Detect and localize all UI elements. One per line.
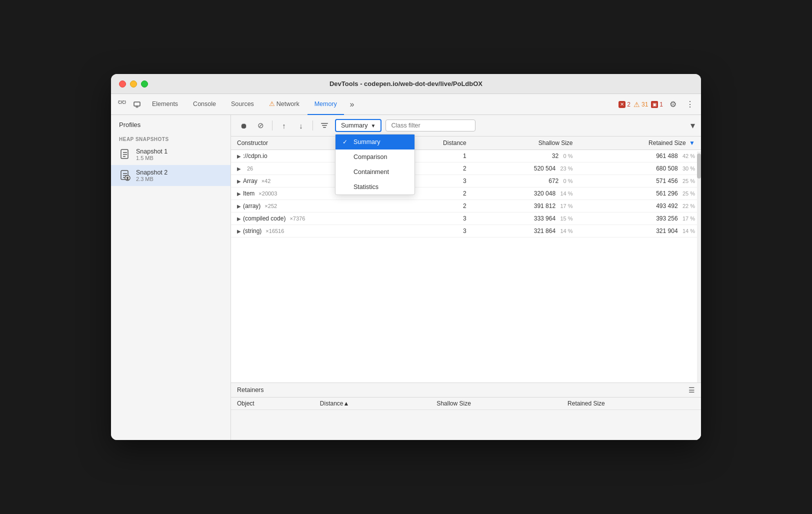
row-2-retained: 571 456 25 % [579, 175, 701, 188]
row-1-shallow: 520 504 23 % [472, 162, 579, 175]
data-table: Constructor Distance Shallow Size Retain… [231, 136, 701, 382]
svg-rect-16 [323, 127, 326, 128]
snapshot-2-size: 2.3 MB [136, 176, 222, 182]
ret-col-shallow: Shallow Size [430, 398, 562, 410]
table-row[interactable]: ▶ (string) ×16516 3 321 864 14 % [231, 225, 701, 238]
info-badge[interactable]: ▣ 1 [651, 101, 663, 108]
class-filter-input[interactable] [386, 120, 476, 132]
sidebar-section-header: HEAP SNAPSHOTS [111, 132, 230, 144]
table-row[interactable]: ▶ Item ×20003 2 320 048 14 % [231, 188, 701, 200]
svg-rect-3 [136, 106, 138, 108]
devtools-window: DevTools - codepen.io/web-dot-dev/live/P… [111, 74, 701, 440]
error-icon: ✕ [618, 101, 626, 108]
row-3-shallow: 320 048 14 % [472, 188, 579, 200]
minimize-button[interactable] [130, 80, 137, 88]
retainers-table: Object Distance▲ Shallow Size Retained S… [231, 398, 701, 440]
tab-elements[interactable]: Elements [145, 94, 185, 115]
check-icon: ✓ [342, 138, 350, 146]
expand-icon[interactable]: ▶ [237, 166, 241, 172]
row-6-distance: 3 [398, 225, 472, 238]
snapshot-item-1[interactable]: Snapshot 1 1.5 MB [111, 144, 230, 165]
expand-icon[interactable]: ▶ [237, 228, 241, 234]
window-title: DevTools - codepen.io/web-dot-dev/live/P… [330, 80, 482, 88]
dropdown-option-summary[interactable]: ✓ Summary [336, 134, 414, 150]
warning-badge[interactable]: ⚠ 31 [634, 100, 648, 108]
expand-icon[interactable]: ▶ [237, 204, 241, 209]
pointer-icon[interactable] [115, 98, 129, 112]
tab-memory[interactable]: Memory [308, 94, 344, 115]
upload-icon[interactable]: ↑ [278, 119, 290, 132]
retainers-title: Retainers [237, 386, 264, 394]
main-panel: ⏺ ⊘ ↑ ↓ Summary ▼ [231, 115, 701, 440]
expand-icon[interactable]: ▶ [237, 216, 241, 222]
filter-icon[interactable] [318, 119, 331, 132]
row-5-constructor: ▶ (compiled code) ×7376 [231, 212, 398, 225]
scrollbar-track[interactable] [697, 152, 701, 382]
network-warning-icon: ⚠ [269, 100, 275, 108]
table-row[interactable]: ▶ Array ×42 3 672 0 % 571 [231, 175, 701, 188]
row-1-retained: 680 508 30 % [579, 162, 701, 175]
main-toolbar: Elements Console Sources ⚠ Network Memor… [111, 94, 701, 115]
svg-rect-0 [118, 101, 122, 104]
record-icon[interactable]: ⏺ [237, 119, 250, 132]
row-5-distance: 3 [398, 212, 472, 225]
dropdown-menu: ✓ Summary Comparison Containment [335, 134, 415, 195]
dropdown-option-comparison[interactable]: Comparison [336, 150, 414, 164]
snapshot-1-info: Snapshot 1 1.5 MB [136, 148, 222, 161]
table-body: ▶ ://cdpn.io 1 32 0 % 961 488 [231, 150, 701, 238]
snapshot-1-size: 1.5 MB [136, 155, 222, 161]
svg-rect-15 [322, 125, 327, 126]
sort-arrow-icon: ▼ [689, 140, 695, 146]
row-6-shallow: 321 864 14 % [472, 225, 579, 238]
snapshot-2-name: Snapshot 2 [136, 169, 222, 176]
error-badge[interactable]: ✕ 2 [618, 101, 630, 108]
main-data-table: Constructor Distance Shallow Size Retain… [231, 136, 701, 238]
expand-icon[interactable]: ▶ [237, 178, 241, 184]
tab-console[interactable]: Console [186, 94, 223, 115]
snapshot-1-name: Snapshot 1 [136, 148, 222, 155]
row-6-retained: 321 904 14 % [579, 225, 701, 238]
dropdown-arrow-icon: ▼ [370, 123, 376, 128]
device-icon[interactable] [130, 98, 144, 112]
retainers-menu-icon[interactable]: ☰ [688, 386, 695, 394]
expand-icon[interactable]: ▶ [237, 154, 241, 159]
svg-rect-4 [121, 150, 128, 158]
toolbar-right: ✕ 2 ⚠ 31 ▣ 1 ⚙ ⋮ [618, 98, 697, 112]
expand-icon[interactable]: ▶ [237, 191, 241, 196]
table-row[interactable]: ▶ (array) ×252 2 391 812 17 % [231, 200, 701, 212]
retainers-header: Retainers ☰ [231, 383, 701, 398]
row-5-retained: 393 256 17 % [579, 212, 701, 225]
tab-network[interactable]: ⚠ Network [262, 94, 306, 115]
retainers-section: Retainers ☰ Object Distance▲ [231, 382, 701, 440]
memory-toolbar: ⏺ ⊘ ↑ ↓ Summary ▼ [231, 115, 701, 136]
view-selector: ▾ [690, 120, 695, 131]
clear-icon[interactable]: ⊘ [254, 119, 267, 132]
retainer-row-empty [231, 410, 701, 440]
view-dropdown-icon[interactable]: ▾ [690, 120, 695, 131]
svg-text:2: 2 [126, 176, 128, 180]
content-area: Profiles HEAP SNAPSHOTS Snapshot 1 1.5 M… [111, 115, 701, 440]
sidebar-title: Profiles [111, 121, 230, 132]
row-3-retained: 561 296 25 % [579, 188, 701, 200]
summary-button[interactable]: Summary ▼ [335, 119, 382, 132]
dropdown-option-containment[interactable]: Containment [336, 164, 414, 180]
table-row[interactable]: ▶ (compiled code) ×7376 3 333 964 15 % [231, 212, 701, 225]
svg-rect-1 [122, 101, 126, 104]
settings-icon[interactable]: ⚙ [666, 98, 680, 112]
more-options-icon[interactable]: ⋮ [683, 98, 697, 112]
row-5-shallow: 333 964 15 % [472, 212, 579, 225]
tab-sources[interactable]: Sources [224, 94, 261, 115]
snapshot-item-2[interactable]: 2 Snapshot 2 2.3 MB [111, 165, 230, 186]
dropdown-option-statistics[interactable]: Statistics [336, 180, 414, 194]
maximize-button[interactable] [141, 80, 148, 88]
download-icon[interactable]: ↓ [294, 119, 308, 132]
table-row[interactable]: ▶ 26 2 520 504 23 % 680 [231, 162, 701, 175]
svg-rect-2 [134, 102, 140, 106]
info-icon: ▣ [651, 101, 658, 108]
close-button[interactable] [119, 80, 126, 88]
sidebar: Profiles HEAP SNAPSHOTS Snapshot 1 1.5 M… [111, 115, 231, 440]
more-tabs-icon[interactable]: » [345, 98, 359, 112]
summary-dropdown[interactable]: Summary ▼ ✓ Summary Comparison [335, 119, 382, 132]
scrollbar-thumb[interactable] [697, 154, 701, 178]
table-row[interactable]: ▶ ://cdpn.io 1 32 0 % 961 488 [231, 150, 701, 162]
